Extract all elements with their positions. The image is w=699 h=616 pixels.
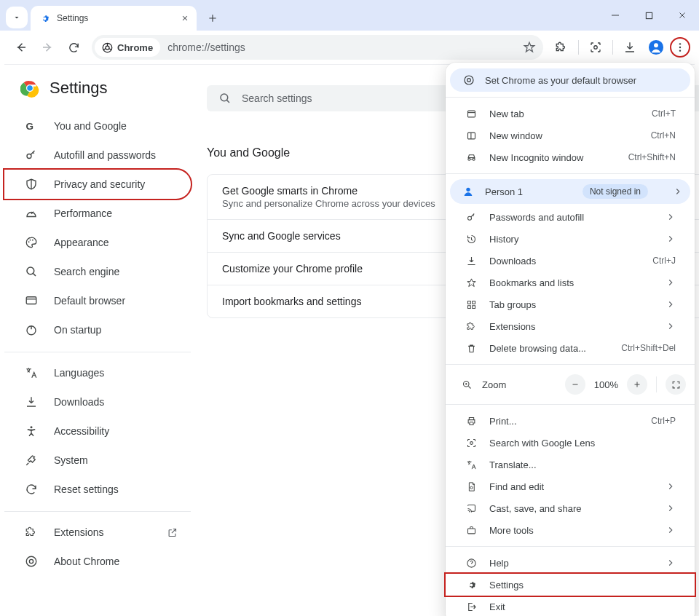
close-window-button[interactable] bbox=[666, 0, 699, 31]
sidebar-item-downloads[interactable]: Downloads bbox=[4, 387, 191, 416]
svg-point-8 bbox=[679, 50, 681, 51]
menu-bookmarks[interactable]: Bookmarks and lists bbox=[450, 272, 690, 293]
default-browser-banner[interactable]: Set Chrome as your default browser bbox=[450, 68, 690, 92]
sidebar-item-label: Privacy and security bbox=[54, 178, 145, 190]
lens-icon bbox=[465, 438, 478, 449]
chevron-right-icon bbox=[666, 503, 676, 513]
sidebar-item-default[interactable]: Default browser bbox=[4, 286, 191, 315]
download-icon bbox=[623, 41, 636, 54]
menu-cast[interactable]: Cast, save, and share bbox=[450, 497, 690, 519]
menu-tabgroups[interactable]: Tab groups bbox=[450, 293, 690, 315]
tab-search-dropdown[interactable] bbox=[6, 7, 28, 28]
search-icon bbox=[23, 265, 39, 278]
back-button[interactable] bbox=[9, 35, 33, 60]
browser-tab[interactable]: Settings bbox=[31, 6, 197, 31]
svg-point-3 bbox=[594, 46, 598, 50]
extensions-button[interactable] bbox=[549, 35, 574, 60]
sidebar-item-autofill[interactable]: Autofill and passwords bbox=[4, 141, 191, 170]
translate-icon bbox=[465, 459, 478, 470]
chevron-right-icon bbox=[666, 321, 676, 331]
menu-downloads[interactable]: Downloads Ctrl+J bbox=[450, 250, 690, 272]
menu-profile-row[interactable]: Person 1 Not signed in bbox=[450, 179, 690, 204]
sidebar-item-startup[interactable]: On startup bbox=[4, 315, 191, 344]
reload-button[interactable] bbox=[61, 35, 86, 60]
browser-menu-button[interactable] bbox=[670, 37, 690, 58]
menu-zoom-row: Zoom 100% bbox=[446, 370, 695, 399]
zoom-out-button[interactable] bbox=[565, 374, 585, 395]
lens-button[interactable] bbox=[583, 35, 608, 60]
maximize-icon bbox=[645, 12, 653, 20]
exit-icon bbox=[465, 601, 478, 612]
chrome-icon bbox=[102, 42, 113, 53]
menu-history[interactable]: History bbox=[450, 228, 690, 250]
sidebar-item-performance[interactable]: Performance bbox=[4, 199, 191, 228]
profile-button[interactable] bbox=[644, 35, 668, 60]
arrow-left-icon bbox=[15, 41, 28, 54]
menu-delete-data[interactable]: Delete browsing data... Ctrl+Shift+Del bbox=[450, 337, 690, 359]
minimize-button[interactable] bbox=[599, 0, 632, 31]
sidebar-item-languages[interactable]: Languages bbox=[4, 358, 191, 387]
site-chip[interactable]: Chrome bbox=[95, 38, 160, 57]
chevron-right-icon bbox=[666, 212, 676, 222]
sidebar-item-system[interactable]: System bbox=[4, 446, 191, 475]
svg-text:G: G bbox=[26, 121, 34, 132]
briefcase-icon bbox=[465, 525, 478, 536]
sidebar-item-label: Languages bbox=[54, 367, 104, 379]
downloads-button[interactable] bbox=[617, 35, 642, 60]
fullscreen-button[interactable] bbox=[666, 374, 686, 395]
sidebar-item-reset[interactable]: Reset settings bbox=[4, 475, 191, 504]
fullscreen-icon bbox=[671, 380, 681, 390]
sidebar-item-label: Autofill and passwords bbox=[54, 149, 156, 161]
sidebar-item-extensions[interactable]: Extensions bbox=[4, 518, 191, 547]
new-tab-icon bbox=[465, 108, 478, 119]
url-text: chrome://settings bbox=[167, 42, 245, 53]
menu-help[interactable]: Help bbox=[450, 552, 690, 574]
sidebar-item-accessibility[interactable]: Accessibility bbox=[4, 416, 191, 446]
menu-print[interactable]: Print... Ctrl+P bbox=[450, 410, 690, 432]
chevron-right-icon bbox=[666, 481, 676, 491]
menu-find[interactable]: Find and edit bbox=[450, 475, 690, 497]
svg-point-21 bbox=[26, 556, 36, 566]
close-icon bbox=[678, 11, 687, 20]
address-bar[interactable]: Chrome chrome://settings bbox=[92, 35, 543, 60]
close-icon bbox=[181, 15, 189, 22]
sidebar-item-appearance[interactable]: Appearance bbox=[4, 228, 191, 257]
menu-extensions[interactable]: Extensions bbox=[450, 315, 690, 337]
svg-point-17 bbox=[27, 267, 34, 275]
menu-new-window[interactable]: New window Ctrl+N bbox=[450, 125, 690, 146]
extensions-icon bbox=[23, 526, 39, 539]
sidebar-item-about[interactable]: About Chrome bbox=[4, 547, 191, 576]
chevron-down-icon bbox=[12, 13, 21, 22]
sidebar-item-privacy[interactable]: Privacy and security bbox=[4, 170, 191, 199]
menu-passwords[interactable]: Passwords and autofill bbox=[450, 206, 690, 228]
sidebar-item-search[interactable]: Search engine bbox=[4, 257, 191, 286]
menu-new-tab[interactable]: New tab Ctrl+T bbox=[450, 103, 690, 125]
menu-exit[interactable]: Exit bbox=[450, 596, 690, 616]
menu-settings[interactable]: Settings bbox=[446, 574, 695, 596]
sidebar-item-label: Performance bbox=[54, 208, 112, 219]
person-icon bbox=[648, 39, 664, 55]
menu-lens[interactable]: Search with Google Lens bbox=[450, 432, 690, 454]
settings-sidebar: Settings GYou and GoogleAutofill and pas… bbox=[4, 65, 191, 616]
menu-translate[interactable]: Translate... bbox=[450, 454, 690, 475]
accessibility-icon bbox=[23, 425, 39, 438]
sidebar-item-label: System bbox=[54, 454, 88, 466]
bookmark-star-button[interactable] bbox=[523, 41, 536, 54]
menu-more-tools[interactable]: More tools bbox=[450, 519, 690, 541]
zoom-in-button[interactable] bbox=[627, 374, 647, 395]
about-icon bbox=[23, 555, 39, 568]
new-tab-button[interactable] bbox=[202, 8, 223, 28]
plus-icon bbox=[208, 13, 218, 23]
sidebar-item-label: Default browser bbox=[54, 295, 125, 307]
nav-separator bbox=[4, 352, 191, 352]
svg-rect-18 bbox=[26, 297, 36, 304]
menu-incognito[interactable]: New Incognito window Ctrl+Shift+N bbox=[450, 146, 690, 168]
sidebar-item-you[interactable]: GYou and Google bbox=[4, 111, 191, 141]
settings-header: Settings bbox=[4, 65, 191, 111]
tab-close-button[interactable] bbox=[178, 11, 192, 25]
forward-button[interactable] bbox=[35, 35, 60, 60]
download-icon bbox=[465, 256, 478, 266]
maximize-button[interactable] bbox=[632, 0, 666, 31]
startup-icon bbox=[23, 323, 39, 336]
plus-icon bbox=[633, 380, 641, 389]
